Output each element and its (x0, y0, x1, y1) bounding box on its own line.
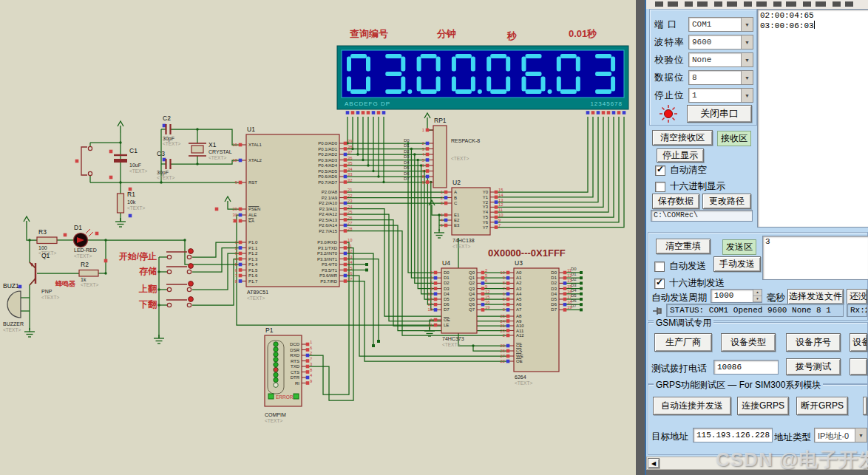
ic-u4-74hc373 (435, 268, 483, 333)
manual-send-button[interactable]: 手动发送 (713, 256, 761, 272)
svg-text:P3.5/T1: P3.5/T1 (322, 268, 338, 273)
hex-send-checkbox[interactable] (654, 278, 665, 289)
svg-text:<TEXT>: <TEXT> (81, 282, 98, 287)
svg-text:13: 13 (498, 198, 503, 202)
clipped-gsm-button[interactable] (850, 358, 867, 375)
auto-send-label: 自动发送 (669, 260, 706, 273)
svg-text:CRYSTAL: CRYSTAL (208, 149, 232, 154)
save-data-button[interactable]: 保存数据 (652, 194, 699, 209)
choose-file-button[interactable]: 选择发送文件 (787, 289, 844, 304)
svg-text:P3.2/INT0: P3.2/INT0 (317, 251, 338, 256)
clipped-grps-button[interactable] (863, 397, 867, 415)
svg-text:A9: A9 (516, 319, 522, 324)
key-button-1[interactable] (166, 249, 193, 259)
hex-display-label: 十六进制显示 (670, 180, 725, 193)
clipped-device-button[interactable]: 设备 (850, 333, 867, 352)
databits-label: 数据位 (654, 72, 685, 83)
svg-text:A: A (454, 190, 457, 194)
chevron-down-icon[interactable]: ▼ (741, 53, 753, 66)
svg-text:3: 3 (430, 270, 433, 275)
chevron-down-icon[interactable]: ▼ (741, 89, 753, 102)
port-select[interactable]: COM1 ▼ (688, 17, 753, 32)
svg-text:10k: 10k (127, 199, 136, 205)
target-address-input[interactable]: 115.193.126.228 (693, 428, 773, 442)
svg-text:分钟: 分钟 (436, 28, 456, 39)
auto-clear-checkbox[interactable] (655, 165, 665, 176)
period-input[interactable]: 1000 ▲▼ (711, 289, 762, 303)
hex-display-checkbox[interactable] (655, 182, 665, 192)
svg-text:D7: D7 (551, 307, 557, 312)
parity-select[interactable]: None ▼ (688, 52, 753, 67)
receive-textarea[interactable]: 02:00:04:65 03:00:06:03 (757, 9, 868, 228)
svg-text:CE: CE (516, 344, 522, 348)
svg-text:Q5: Q5 (469, 297, 475, 301)
auto-send-checkbox[interactable] (654, 262, 665, 272)
key-button-2[interactable] (166, 264, 193, 274)
svg-text:BUZ1: BUZ1 (3, 282, 19, 290)
chevron-down-icon[interactable]: ▼ (741, 71, 753, 84)
send-zone-tag[interactable]: 发送区 (722, 239, 756, 255)
svg-text:RP1: RP1 (434, 117, 447, 124)
svg-text:<TEXT>: <TEXT> (157, 175, 174, 180)
dial-test-button[interactable]: 拨号测试 (786, 358, 841, 375)
receive-zone-tag[interactable]: 接收区 (717, 131, 751, 146)
key-button-3[interactable] (166, 281, 193, 292)
svg-text:7: 7 (235, 273, 237, 278)
gsm-group-title: GSM调试专用 (654, 317, 713, 329)
svg-text:AT89C51: AT89C51 (247, 290, 268, 295)
resistor-pack-rp1 (427, 126, 447, 188)
svg-text:18: 18 (428, 307, 433, 312)
device-serial-button[interactable]: 设备序号 (786, 333, 841, 352)
svg-text:RTS: RTS (291, 359, 299, 363)
send-textarea[interactable]: 3 (762, 236, 868, 280)
device-type-button[interactable]: 设备类型 (721, 333, 776, 352)
chevron-down-icon[interactable]: ▼ (741, 35, 753, 49)
svg-text:ERROR: ERROR (276, 394, 294, 400)
svg-text:38: 38 (347, 145, 352, 149)
svg-text:A0: A0 (516, 270, 522, 275)
port-settings-panel: 端 口 COM1 ▼ 波特率 9600 ▼ 校验位 None ▼ 数据位 (649, 9, 757, 126)
disconnect-grps-button[interactable]: 断开GRPS (796, 397, 848, 415)
svg-text:BUZZER: BUZZER (3, 321, 24, 327)
scroll-left-icon[interactable]: ◀ (648, 458, 660, 468)
auto-clear-label: 自动清空 (670, 164, 707, 177)
chevron-down-icon[interactable]: ▼ (855, 428, 867, 442)
clear-send-button[interactable]: 清空重填 (656, 239, 711, 254)
chevron-down-icon[interactable]: ▼ (741, 18, 753, 31)
address-type-label: 地址类型 (774, 431, 811, 444)
svg-text:P1: P1 (265, 327, 274, 334)
connect-grps-button[interactable]: 连接GRPS (737, 397, 789, 415)
address-type-select[interactable]: IP地址-0 ▼ (814, 428, 867, 442)
svg-text:X1: X1 (208, 141, 217, 148)
vendor-button[interactable]: 生产厂商 (654, 333, 712, 352)
close-serial-button[interactable]: 关闭串口 (687, 105, 752, 123)
save-path-field[interactable]: C:\COMRec\ (651, 210, 753, 222)
svg-text:D2: D2 (551, 281, 557, 285)
databits-select[interactable]: 8 ▼ (688, 70, 753, 85)
receive-line: 03:00:06:03 (760, 21, 867, 31)
clear-receive-button[interactable]: 清空接收区 (652, 130, 713, 146)
stopbits-select[interactable]: 1 ▼ (688, 88, 753, 103)
svg-text:OE: OE (444, 318, 450, 322)
svg-text:1k: 1k (81, 277, 87, 282)
baud-select[interactable]: 9600 ▼ (688, 35, 753, 49)
clipped-file-status-button[interactable]: 还没 (847, 289, 867, 304)
svg-text:24: 24 (501, 319, 506, 324)
svg-text:P0.4/AD4: P0.4/AD4 (318, 163, 337, 168)
key-button-4[interactable] (166, 297, 193, 307)
phone-input[interactable]: 10086 (713, 360, 779, 375)
svg-text:6264: 6264 (515, 375, 526, 380)
svg-text:17: 17 (428, 302, 433, 307)
svg-text:39: 39 (347, 139, 352, 143)
svg-text:U1: U1 (247, 126, 255, 133)
auto-connect-send-button[interactable]: 自动连接并发送 (653, 397, 731, 415)
svg-text:Y7: Y7 (483, 225, 489, 230)
change-path-button[interactable]: 更改路径 (702, 194, 751, 209)
svg-text:XTAL1: XTAL1 (248, 143, 262, 147)
svg-text:22: 22 (347, 194, 352, 198)
target-address-label: 目标地址 (651, 431, 688, 443)
svg-text:D1: D1 (74, 224, 82, 231)
svg-text:7: 7 (498, 223, 501, 228)
svg-text:74HC373: 74HC373 (442, 336, 464, 341)
stop-display-button[interactable]: 停止显示 (657, 148, 704, 163)
